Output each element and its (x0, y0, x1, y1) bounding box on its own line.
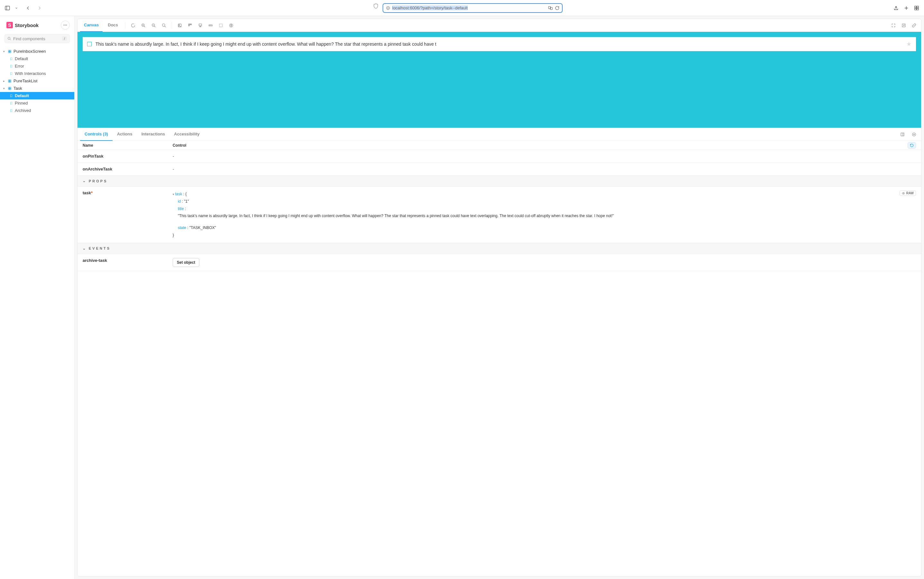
tab-canvas[interactable]: Canvas (80, 19, 103, 32)
required-star-icon: * (91, 190, 93, 195)
tab-interactions[interactable]: Interactions (137, 128, 170, 141)
measure-icon[interactable] (206, 21, 215, 30)
task-checkbox[interactable] (87, 42, 91, 46)
grid-icon[interactable] (186, 21, 194, 30)
svg-rect-45 (199, 24, 202, 26)
panel-position-icon[interactable] (898, 130, 907, 139)
copy-link-icon[interactable] (909, 21, 919, 30)
raw-toggle-button[interactable]: RAW (900, 190, 916, 196)
component-pureinboxscreen[interactable]: ▾ PureInboxScreen (0, 47, 74, 55)
remount-icon[interactable] (129, 21, 137, 30)
control-row-archive-task: archive-task Set object (77, 254, 921, 271)
reload-icon[interactable] (555, 6, 560, 10)
chevron-down-icon: ⌄ (83, 179, 87, 183)
props-section-header[interactable]: ⌄ PROPS (77, 176, 921, 186)
fullscreen-icon[interactable] (889, 21, 898, 30)
story-task-pinned[interactable]: Pinned (0, 100, 74, 107)
svg-rect-22 (8, 80, 10, 81)
svg-rect-44 (188, 25, 189, 26)
sidebar: S Storybook Find components / ▾ PureInbo… (0, 16, 75, 579)
svg-rect-10 (917, 6, 919, 8)
star-icon[interactable]: ★ (906, 41, 911, 47)
component-puretasklist[interactable]: ▸ PureTaskList (0, 77, 74, 85)
shield-icon[interactable] (373, 3, 379, 9)
component-task[interactable]: ▾ Task (0, 85, 74, 92)
a11y-icon[interactable] (227, 21, 236, 30)
bookmark-icon (10, 101, 13, 105)
set-object-button[interactable]: Set object (173, 258, 199, 267)
svg-rect-29 (10, 88, 11, 90)
svg-rect-9 (915, 6, 916, 8)
viewport-icon[interactable] (196, 21, 205, 30)
svg-rect-28 (8, 88, 10, 90)
svg-line-31 (144, 26, 145, 27)
tab-controls[interactable]: Controls (3) (80, 128, 113, 141)
url-text[interactable]: localhost:6006/?path=/story/task--defaul… (392, 5, 468, 10)
component-tree: ▾ PureInboxScreen Default Error With Int… (0, 46, 74, 116)
tab-actions[interactable]: Actions (113, 128, 137, 141)
control-row-onarchivetask: onArchiveTask - (77, 163, 921, 176)
story-task-default[interactable]: Default (0, 92, 74, 100)
json-object-viewer[interactable]: ▾ task : { id : "1" title : "This task's… (173, 190, 916, 239)
task-title: This task's name is absurdly large. In f… (95, 41, 903, 47)
story-pureinboxscreen-withinteractions[interactable]: With Interactions (0, 70, 74, 77)
zoom-reset-icon[interactable] (160, 21, 168, 30)
tab-accessibility[interactable]: Accessibility (170, 128, 204, 141)
svg-rect-43 (191, 24, 191, 25)
story-task-archived[interactable]: Archived (0, 107, 74, 114)
header-col-name: Name (83, 143, 173, 148)
svg-rect-27 (10, 87, 11, 88)
zoom-out-icon[interactable] (149, 21, 158, 30)
tab-grid-icon[interactable] (914, 5, 919, 11)
component-label: Task (13, 86, 22, 91)
header-col-control: Control (173, 143, 908, 148)
zoom-in-icon[interactable] (139, 21, 148, 30)
close-panel-icon[interactable] (909, 130, 919, 139)
canvas-preview: This task's name is absurdly large. In f… (77, 32, 921, 128)
svg-rect-23 (10, 80, 11, 81)
bookmark-icon (10, 57, 13, 61)
outline-icon[interactable] (216, 21, 225, 30)
task-item: This task's name is absurdly large. In f… (83, 37, 916, 51)
sidebar-menu-button[interactable] (61, 21, 70, 29)
caret-down-icon: ▾ (3, 50, 6, 53)
svg-rect-20 (8, 51, 10, 53)
svg-rect-25 (10, 81, 11, 82)
svg-rect-42 (190, 24, 191, 25)
globe-icon (386, 6, 390, 10)
addons-panel: Controls (3) Actions Interactions Access… (77, 128, 921, 576)
svg-rect-21 (10, 51, 11, 53)
svg-rect-46 (200, 26, 201, 27)
control-row-task: task* RAW ▾ task : { id : "1" title : "T… (77, 186, 921, 243)
search-icon (7, 37, 11, 41)
events-section-header[interactable]: ⌄ EVENTS (77, 243, 921, 254)
tab-docs[interactable]: Docs (104, 19, 122, 32)
component-label: PureTaskList (13, 79, 37, 83)
search-input[interactable]: Find components / (5, 34, 70, 43)
controls-header: Name Control (77, 141, 921, 150)
svg-point-40 (179, 25, 180, 25)
svg-rect-19 (10, 50, 11, 51)
svg-rect-11 (915, 8, 916, 10)
translate-icon[interactable] (548, 5, 553, 11)
share-icon[interactable] (893, 5, 899, 11)
svg-point-37 (162, 23, 165, 26)
plus-icon[interactable] (903, 5, 909, 11)
nav-back-icon[interactable] (25, 5, 31, 11)
reset-controls-button[interactable] (908, 142, 916, 149)
svg-rect-12 (917, 8, 919, 10)
chevron-down-icon[interactable] (15, 5, 18, 11)
svg-rect-51 (219, 24, 222, 27)
svg-line-35 (154, 26, 156, 27)
background-icon[interactable] (175, 21, 184, 30)
component-icon (8, 79, 11, 83)
url-bar[interactable]: localhost:6006/?path=/story/task--defaul… (383, 3, 563, 13)
browser-chrome: localhost:6006/?path=/story/task--defaul… (0, 0, 924, 16)
story-pureinboxscreen-default[interactable]: Default (0, 55, 74, 62)
control-row-onpintask: onPinTask - (77, 150, 921, 163)
nav-forward-icon[interactable] (37, 5, 42, 11)
open-new-tab-icon[interactable] (899, 21, 908, 30)
story-pureinboxscreen-error[interactable]: Error (0, 62, 74, 70)
sidebar-toggle-icon[interactable] (5, 5, 10, 11)
storybook-logo-icon: S (7, 22, 13, 28)
